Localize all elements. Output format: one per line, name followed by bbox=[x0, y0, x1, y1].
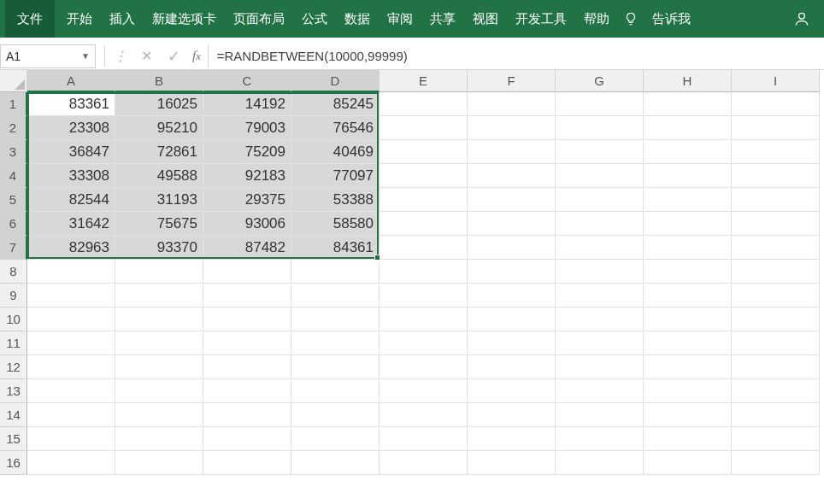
cell[interactable]: 23308 bbox=[27, 116, 115, 140]
cell[interactable] bbox=[115, 260, 203, 284]
cell[interactable] bbox=[556, 116, 644, 140]
tab-data[interactable]: 数据 bbox=[336, 0, 379, 38]
cell[interactable] bbox=[644, 92, 732, 116]
cell[interactable] bbox=[468, 355, 556, 379]
cell[interactable]: 87482 bbox=[203, 236, 291, 260]
cell[interactable] bbox=[203, 284, 291, 308]
cell[interactable] bbox=[732, 284, 820, 308]
tab-review[interactable]: 审阅 bbox=[379, 0, 421, 38]
cell[interactable]: 75675 bbox=[115, 212, 203, 236]
cell[interactable] bbox=[203, 451, 291, 475]
cell[interactable] bbox=[291, 355, 380, 379]
cell[interactable]: 95210 bbox=[115, 116, 203, 140]
row-header[interactable]: 10 bbox=[0, 308, 27, 331]
cell[interactable] bbox=[732, 140, 820, 164]
spreadsheet-grid[interactable]: ABCDEFGHI 12345678910111213141516 833611… bbox=[0, 70, 824, 504]
cell[interactable] bbox=[644, 331, 732, 355]
cell[interactable] bbox=[27, 284, 115, 308]
row-header[interactable]: 1 bbox=[0, 92, 27, 116]
cell[interactable] bbox=[203, 355, 291, 379]
cell[interactable] bbox=[644, 260, 732, 284]
cell[interactable] bbox=[556, 188, 644, 212]
cell[interactable] bbox=[380, 379, 468, 403]
cell[interactable] bbox=[115, 379, 203, 403]
cell[interactable] bbox=[732, 92, 820, 116]
cell[interactable] bbox=[291, 260, 380, 284]
cell[interactable] bbox=[556, 379, 644, 403]
cell[interactable] bbox=[115, 403, 203, 427]
cell[interactable]: 82963 bbox=[27, 236, 115, 260]
cell[interactable] bbox=[380, 92, 468, 116]
cell[interactable] bbox=[27, 308, 115, 331]
cell[interactable] bbox=[468, 92, 556, 116]
cell[interactable] bbox=[27, 355, 115, 379]
cell[interactable]: 85245 bbox=[291, 92, 380, 116]
cell[interactable] bbox=[556, 236, 644, 260]
cell[interactable] bbox=[732, 116, 820, 140]
tab-file[interactable]: 文件 bbox=[5, 0, 55, 38]
column-header[interactable]: A bbox=[27, 70, 115, 92]
cell[interactable] bbox=[468, 284, 556, 308]
cell[interactable] bbox=[732, 164, 820, 188]
cells-area[interactable]: 8336116025141928524523308952107900376546… bbox=[27, 92, 820, 475]
cell[interactable] bbox=[203, 260, 291, 284]
cell[interactable] bbox=[115, 308, 203, 331]
tab-insert[interactable]: 插入 bbox=[101, 0, 144, 38]
cell[interactable]: 49588 bbox=[115, 164, 203, 188]
tell-me[interactable]: 告诉我 bbox=[644, 0, 699, 38]
formula-input[interactable] bbox=[209, 44, 824, 68]
cell[interactable] bbox=[556, 308, 644, 331]
cell[interactable] bbox=[732, 355, 820, 379]
cell[interactable] bbox=[468, 260, 556, 284]
cell[interactable] bbox=[556, 92, 644, 116]
tab-view[interactable]: 视图 bbox=[464, 0, 507, 38]
cell[interactable] bbox=[380, 331, 468, 355]
cell[interactable] bbox=[203, 379, 291, 403]
cell[interactable] bbox=[644, 403, 732, 427]
cell[interactable] bbox=[380, 260, 468, 284]
cell[interactable]: 31193 bbox=[115, 188, 203, 212]
cell[interactable]: 53388 bbox=[291, 188, 380, 212]
cell[interactable] bbox=[644, 212, 732, 236]
cell[interactable] bbox=[644, 379, 732, 403]
cell[interactable]: 31642 bbox=[27, 212, 115, 236]
cell[interactable]: 40469 bbox=[291, 140, 380, 164]
row-header[interactable]: 16 bbox=[0, 451, 27, 475]
more-icon[interactable]: ⋮ bbox=[114, 48, 126, 64]
cell[interactable] bbox=[468, 331, 556, 355]
cell[interactable] bbox=[644, 236, 732, 260]
row-header[interactable]: 9 bbox=[0, 284, 27, 308]
row-header[interactable]: 11 bbox=[0, 331, 27, 355]
cell[interactable]: 29375 bbox=[203, 188, 291, 212]
column-header[interactable]: B bbox=[115, 70, 203, 92]
cell[interactable] bbox=[380, 236, 468, 260]
enter-icon[interactable]: ✓ bbox=[168, 47, 180, 66]
row-header[interactable]: 5 bbox=[0, 188, 27, 212]
cell[interactable]: 84361 bbox=[291, 236, 380, 260]
tab-newtab[interactable]: 新建选项卡 bbox=[144, 0, 225, 38]
cell[interactable] bbox=[380, 188, 468, 212]
name-box[interactable]: A1 ▼ bbox=[0, 44, 96, 68]
cell[interactable] bbox=[644, 116, 732, 140]
cell[interactable] bbox=[27, 403, 115, 427]
cell[interactable]: 79003 bbox=[203, 116, 291, 140]
row-header[interactable]: 2 bbox=[0, 116, 27, 140]
cell[interactable]: 93006 bbox=[203, 212, 291, 236]
cell[interactable] bbox=[468, 188, 556, 212]
cell[interactable] bbox=[644, 308, 732, 331]
cell[interactable] bbox=[203, 427, 291, 451]
cell[interactable] bbox=[468, 403, 556, 427]
cell[interactable]: 83361 bbox=[27, 92, 115, 116]
cell[interactable] bbox=[380, 164, 468, 188]
cell[interactable] bbox=[380, 116, 468, 140]
cell[interactable] bbox=[203, 331, 291, 355]
cell[interactable]: 77097 bbox=[291, 164, 380, 188]
cell[interactable] bbox=[115, 284, 203, 308]
cell[interactable]: 16025 bbox=[115, 92, 203, 116]
cell[interactable] bbox=[732, 260, 820, 284]
cell[interactable] bbox=[380, 140, 468, 164]
column-header[interactable]: F bbox=[468, 70, 556, 92]
cell[interactable]: 76546 bbox=[291, 116, 380, 140]
cell[interactable] bbox=[380, 451, 468, 475]
row-header[interactable]: 8 bbox=[0, 260, 27, 284]
